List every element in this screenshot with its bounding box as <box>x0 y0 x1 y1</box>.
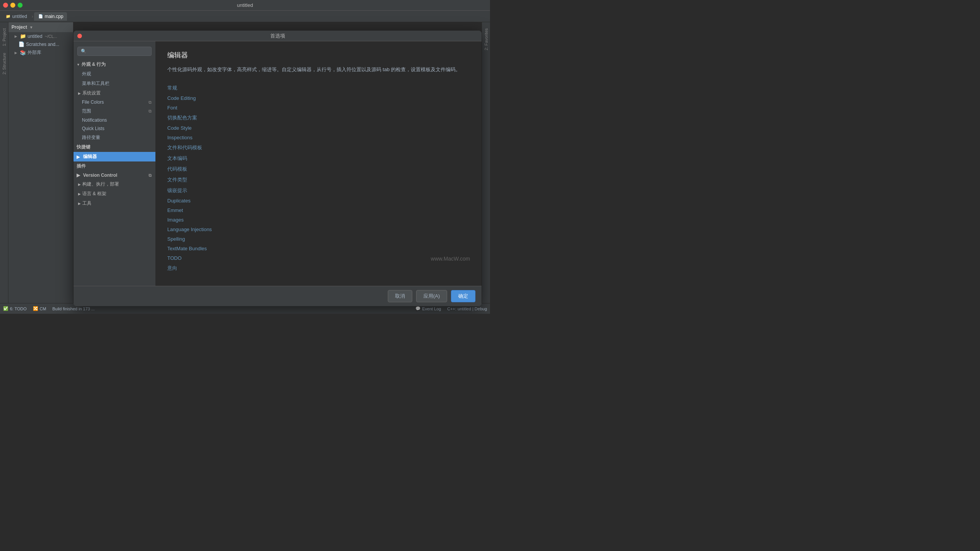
link-code-editing[interactable]: Code Editing <box>167 95 470 101</box>
link-inlay-hints[interactable]: 镶嵌提示 <box>167 187 470 194</box>
maximize-button[interactable] <box>18 3 23 8</box>
content-description: 个性化源码外观，如改变字体，高亮样式，缩进等。自定义编辑器，从行号，插入符位置以… <box>167 66 470 74</box>
link-spelling[interactable]: Spelling <box>167 236 470 242</box>
expand-arrow-icon-2: ▶ <box>15 51 18 55</box>
nav-item-quick-lists[interactable]: Quick Lists <box>74 124 155 133</box>
copy-icon-2: ⧉ <box>149 109 152 114</box>
nav-item-languages[interactable]: ▶ 语言 & 框架 <box>74 189 155 199</box>
vtab-project[interactable]: 1: Project <box>1 25 8 49</box>
tree-item-external-libs[interactable]: ▶ 📚 外部库 <box>8 48 73 57</box>
tree-item-path: ~/CL... <box>45 34 57 39</box>
link-code-templates[interactable]: 代码模板 <box>167 166 470 173</box>
dialog-footer: 取消 应用(A) 确定 <box>74 286 482 306</box>
link-language-injections[interactable]: Language Injections <box>167 227 470 232</box>
vertical-tabs-right: 2: Favorites <box>482 22 490 303</box>
nav-subgroup-system-settings[interactable]: ▶ 系统设置 <box>74 88 155 98</box>
nav-search-container <box>74 44 155 58</box>
nav-search-input[interactable] <box>77 47 152 56</box>
link-file-types[interactable]: 文件类型 <box>167 176 470 183</box>
project-panel-header[interactable]: Project ▼ <box>8 22 73 32</box>
app-titlebar: untitled <box>0 0 490 11</box>
content-area: 编辑器 个性化源码外观，如改变字体，高亮样式，缩进等。自定义编辑器，从行号，插入… <box>156 41 482 286</box>
link-font[interactable]: Font <box>167 105 470 111</box>
nav-item-keymap[interactable]: 快捷键 <box>74 142 155 152</box>
sidebar-panel: Project ▼ ▶ 📁 untitled ~/CL... 📄 Scratch… <box>8 22 74 303</box>
nav-item-plugins[interactable]: 插件 <box>74 161 155 171</box>
link-emmet[interactable]: Emmet <box>167 207 470 213</box>
build-expand-icon: ▶ <box>78 183 81 186</box>
cpp-icon: 📄 <box>38 14 43 19</box>
vtab-structure[interactable]: 2: Structure <box>1 50 8 78</box>
scratches-label: Scratches and... <box>26 42 59 47</box>
external-libs-label: 外部库 <box>28 49 41 56</box>
subgroup-expand-icon: ▶ <box>78 91 81 95</box>
nav-item-build[interactable]: ▶ 构建、执行，部署 <box>74 179 155 189</box>
nav-item-scope[interactable]: 范围 ⧉ <box>74 106 155 116</box>
tree-item-scratches[interactable]: 📄 Scratches and... <box>8 40 73 48</box>
nav-item-editor[interactable]: ▶ 编辑器 <box>74 152 155 161</box>
status-build: Build finished in 173 ... <box>52 306 95 311</box>
event-log-icon: 💬 <box>415 306 421 311</box>
dialog-window-controls[interactable] <box>77 34 82 38</box>
link-code-style[interactable]: Code Style <box>167 125 470 131</box>
nav-item-path-variables[interactable]: 路径变量 <box>74 133 155 142</box>
apply-button[interactable]: 应用(A) <box>416 290 447 302</box>
nav-group-appearance: ▼ 外观 & 行为 外观 菜单和工具栏 ▶ 系统设置 <box>74 60 155 142</box>
dialog-titlebar: 首选项 <box>74 31 482 41</box>
tabbar: 📁 untitled › 📄 main.cpp <box>0 11 490 22</box>
group-expand-icon: ▼ <box>77 63 80 67</box>
link-todo[interactable]: TODO <box>167 255 470 261</box>
link-intention[interactable]: 意向 <box>167 265 470 272</box>
nav-group-appearance-header[interactable]: ▼ 外观 & 行为 <box>74 60 155 69</box>
project-icon: 📁 <box>5 14 11 19</box>
expand-arrow-icon: ▶ <box>15 34 18 38</box>
editor-area: 首选项 ▼ 外观 & 行为 <box>74 22 482 303</box>
link-inspections[interactable]: Inspections <box>167 135 470 140</box>
minimize-button[interactable] <box>10 3 15 8</box>
watermark: www.MacW.com <box>431 256 470 262</box>
status-todo[interactable]: ✅ 6: TODO <box>3 306 27 311</box>
nav-group-appearance-label: 外观 & 行为 <box>82 61 106 68</box>
tools-expand-icon: ▶ <box>78 202 81 205</box>
dropdown-arrow-icon: ▼ <box>29 25 33 29</box>
copy-icon: ⧉ <box>149 100 152 105</box>
link-images[interactable]: Images <box>167 217 470 223</box>
link-textmate-bundles[interactable]: TextMate Bundles <box>167 246 470 251</box>
tab-untitled[interactable]: 📁 untitled <box>2 12 31 21</box>
nav-item-tools[interactable]: ▶ 工具 <box>74 199 155 208</box>
link-color-scheme[interactable]: 切换配色方案 <box>167 114 470 121</box>
project-label: Project <box>11 24 27 30</box>
tree-item-label: untitled <box>28 34 42 39</box>
vc-expand-icon: ▶ <box>77 173 80 178</box>
vc-copy-icon: ⧉ <box>149 173 152 178</box>
link-text-encoding[interactable]: 文本编码 <box>167 155 470 162</box>
link-duplicates[interactable]: Duplicates <box>167 198 470 204</box>
vtab-favorites[interactable]: 2: Favorites <box>483 25 490 53</box>
nav-item-appearance[interactable]: 外观 <box>74 69 155 79</box>
status-event-log[interactable]: 💬 Event Log <box>415 306 441 311</box>
status-cm[interactable]: 🔀 CM <box>33 306 46 311</box>
nav-tree: ▼ 外观 & 行为 外观 菜单和工具栏 ▶ 系统设置 <box>74 41 156 286</box>
todo-icon: ✅ <box>3 306 8 311</box>
app-title: untitled <box>237 2 253 8</box>
nav-item-notifications[interactable]: Notifications <box>74 116 155 124</box>
tree-item-untitled[interactable]: ▶ 📁 untitled ~/CL... <box>8 32 73 40</box>
preferences-dialog-overlay: 首选项 ▼ 外观 & 行为 <box>74 44 482 292</box>
preferences-dialog: 首选项 ▼ 外观 & 行为 <box>74 31 482 306</box>
dialog-close-button[interactable] <box>77 34 82 38</box>
window-controls[interactable] <box>3 3 23 8</box>
cancel-button[interactable]: 取消 <box>388 290 412 302</box>
nav-item-menus-toolbars[interactable]: 菜单和工具栏 <box>74 79 155 88</box>
editor-expand-icon: ▶ <box>77 154 80 160</box>
nav-item-version-control[interactable]: ▶ Version Control ⧉ <box>74 171 155 179</box>
scratches-icon: 📄 <box>18 41 24 47</box>
content-links: 常规 Code Editing Font 切换配色方案 Code Style I… <box>167 85 470 272</box>
link-general[interactable]: 常规 <box>167 85 470 91</box>
dialog-body: ▼ 外观 & 行为 外观 菜单和工具栏 ▶ 系统设置 <box>74 41 482 286</box>
link-file-code-templates[interactable]: 文件和代码模板 <box>167 144 470 151</box>
ok-button[interactable]: 确定 <box>451 290 475 302</box>
tab-main-cpp[interactable]: 📄 main.cpp <box>34 12 67 21</box>
close-button[interactable] <box>3 3 8 8</box>
nav-item-file-colors[interactable]: File Colors ⧉ <box>74 98 155 106</box>
main-layout: 1: Project 2: Structure Project ▼ ▶ 📁 un… <box>0 22 490 303</box>
